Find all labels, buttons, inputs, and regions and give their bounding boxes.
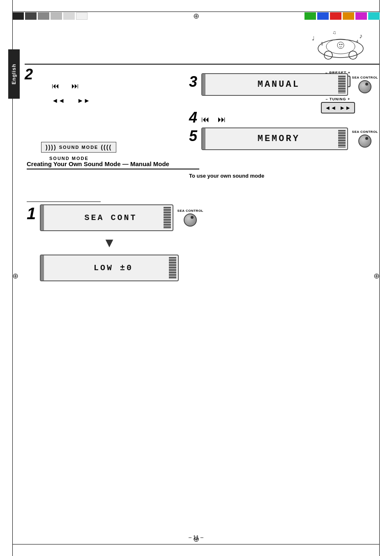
bar-block [25, 12, 37, 20]
step1-number: 1 [27, 204, 36, 223]
display-bars [338, 76, 346, 93]
bar-block [317, 12, 329, 20]
to-use-heading: To use your own sound mode [189, 173, 378, 179]
language-label: English [11, 64, 17, 84]
step5-display: MEMORY [201, 127, 348, 150]
bar-block [63, 12, 75, 20]
skip-forward-icon: ⏭ [71, 82, 79, 90]
step4-arrows: ⏮ ⏭ [201, 111, 226, 124]
section-heading-area: Creating Your Own Sound Mode — Manual Mo… [27, 160, 199, 173]
color-bar-left [12, 12, 88, 20]
sound-mode-text: SOUND MODE [59, 145, 99, 150]
svg-text:♫: ♫ [332, 30, 336, 35]
page-number: – 11 – [189, 534, 203, 540]
section-divider-top [25, 64, 380, 65]
crosshair-left: ⊕ [12, 271, 18, 280]
color-bar-right [304, 12, 380, 20]
down-arrow-area: ▼ [15, 235, 203, 250]
bar-block [12, 12, 24, 20]
sound-mode-button[interactable]: )))) SOUND MODE (((( [41, 142, 116, 153]
tuning-label: – TUNING + [325, 97, 350, 101]
sea-control-knob-1[interactable] [184, 213, 197, 227]
step3-knob-area: SEA CONTROL [352, 76, 378, 93]
step5-sea-label: SEA CONTROL [352, 130, 378, 134]
step4-skip-fwd: ⏭ [218, 115, 226, 124]
svg-text:1: 1 [321, 42, 323, 46]
crosshair-top-center: ⊕ [193, 12, 199, 21]
wave-right-icon: (((( [101, 144, 112, 151]
step1-display-top: SEA CONT [40, 204, 173, 231]
step3-display: MANUAL [201, 73, 348, 96]
step5-display-text: MEMORY [249, 134, 300, 144]
step1-divider [27, 202, 101, 202]
wave-left-icon: )))) [46, 144, 57, 151]
step1-use-area: 1 SEA CONT SEA CONTROL ▼ [27, 202, 203, 281]
color-bars: ⊕ [0, 12, 392, 21]
svg-point-9 [341, 44, 343, 45]
step1-knob: SEA CONTROL [178, 209, 203, 227]
step1-display-bottom-text: LOW ±0 [85, 263, 133, 273]
border-bottom [12, 544, 380, 544]
tuning-arrows: ◄◄ ►► [52, 97, 313, 104]
character-svg: ♪ ♩ ♫ 1 4 [308, 28, 374, 61]
step5-knob-area: SEA CONTROL [352, 130, 378, 148]
step3-number: 3 [189, 73, 197, 90]
step3-display-text: MANUAL [249, 79, 300, 90]
step1-sea-label: SEA CONTROL [178, 209, 203, 213]
step2-number: 2 [25, 66, 33, 83]
step4-skip-back: ⏮ [201, 115, 210, 124]
bar-block [38, 12, 49, 20]
step3-sea-label: SEA CONTROL [352, 76, 378, 79]
step1-display-top-text: SEA CONT [76, 213, 137, 222]
step4-area: 4 ⏮ ⏭ [189, 109, 378, 126]
step3-area: 3 MANUAL SEA CONTROL [189, 73, 378, 96]
sound-mode-btn-area: )))) SOUND MODE (((( SOUND MODE [41, 142, 116, 161]
display-bars-1b [169, 257, 176, 279]
rewind-icon: ◄◄ [52, 97, 65, 104]
step5-area: 5 MEMORY SEA CONTROL [189, 127, 378, 150]
svg-text:4: 4 [356, 39, 358, 43]
bar-block [355, 12, 367, 20]
step1-display-bottom: LOW ±0 [40, 255, 179, 281]
fast-forward-icon: ►► [77, 97, 90, 104]
bar-block [304, 12, 316, 20]
sea-control-knob-5[interactable] [358, 134, 371, 148]
sea-control-knob[interactable] [358, 80, 371, 93]
step5-number: 5 [189, 127, 197, 145]
svg-text:♩: ♩ [312, 35, 315, 42]
bar-block [76, 12, 88, 20]
svg-point-8 [339, 44, 341, 45]
bar-block [368, 12, 380, 20]
bar-block [51, 12, 62, 20]
display-bars-1a [164, 207, 171, 229]
bar-block [343, 12, 354, 20]
step4-number: 4 [189, 109, 197, 126]
svg-point-7 [337, 42, 344, 49]
top-illustration: ♪ ♩ ♫ 1 4 [306, 27, 376, 62]
bar-block [330, 12, 341, 20]
display-bars-5 [338, 130, 346, 148]
down-arrow-icon: ▼ [15, 235, 203, 250]
language-sidebar: English [8, 49, 20, 99]
svg-text:♪: ♪ [359, 32, 362, 39]
crosshair-right: ⊕ [374, 271, 380, 280]
skip-back-icon: ⏮ [52, 82, 59, 90]
to-use-heading-area: To use your own sound mode [189, 173, 378, 179]
section-heading: Creating Your Own Sound Mode — Manual Mo… [27, 160, 199, 169]
